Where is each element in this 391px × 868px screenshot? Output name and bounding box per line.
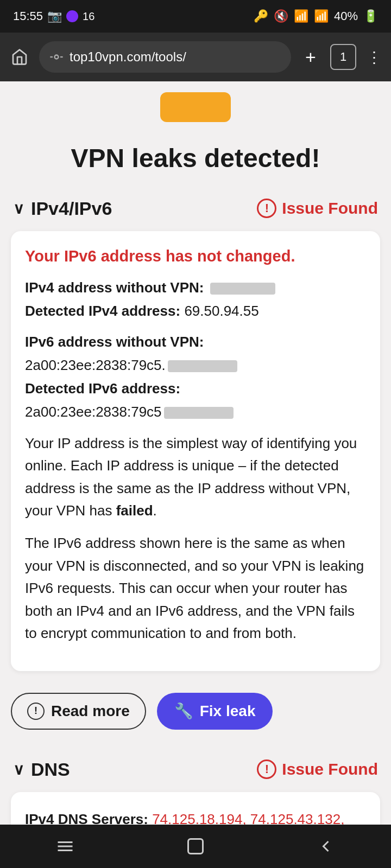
ipv4-ipv6-label: IPv4/IPv6 [31, 198, 112, 219]
issue-found-label: Issue Found [282, 199, 378, 218]
issue-found-icon: ! [257, 199, 276, 218]
signal-icon: 📶 [314, 9, 329, 23]
dns-label: DNS [31, 759, 70, 780]
home-nav-icon[interactable] [186, 837, 205, 856]
description-1: Your IP address is the simplest way of i… [25, 432, 366, 522]
fix-leak-button[interactable]: 🔧 Fix leak [157, 693, 273, 730]
fix-leak-icon: 🔧 [174, 702, 193, 720]
ipv4-ipv6-card: Your IPv6 address has not changed. IPv4 … [11, 231, 380, 671]
bottom-nav [0, 825, 391, 868]
back-nav-icon[interactable] [316, 837, 336, 856]
ipv6-group: IPv6 address without VPN: 2a00:23ee:2838… [25, 331, 366, 423]
status-left: 15:55 📷 16 [13, 9, 94, 23]
url-text: top10vpn.com/tools/ [70, 49, 186, 65]
page-content: VPN leaks detected! ∨ IPv4/IPv6 ! Issue … [0, 81, 391, 868]
key-icon: 🔑 [254, 9, 268, 23]
ipv6-without-vpn-row: IPv6 address without VPN: [25, 331, 366, 353]
battery-level: 40% [334, 9, 358, 23]
status-bar: 15:55 📷 16 🔑 🔇 📶 📶 40% 🔋 [0, 0, 391, 33]
mute-icon: 🔇 [274, 9, 288, 23]
ipv4-detected-value: 69.50.94.55 [184, 303, 258, 319]
ipv4-detected-label: Detected IPv4 address: [25, 303, 180, 319]
tab-count: 1 [340, 50, 346, 64]
chevron-down-icon: ∨ [13, 200, 24, 218]
camera-icon: 📷 [47, 9, 62, 23]
browser-bar: top10vpn.com/tools/ + 1 ⋮ [0, 33, 391, 81]
action-buttons: ! Read more 🔧 Fix leak [0, 683, 391, 746]
ipv4-without-vpn-label: IPv4 address without VPN: [25, 279, 204, 296]
ipv4-issue-badge: ! Issue Found [257, 199, 378, 218]
svg-rect-6 [188, 839, 203, 854]
svg-point-0 [55, 55, 59, 59]
ipv6-detected-blurred [164, 407, 234, 419]
ipv6-detected-value-row: 2a00:23ee:2838:79c5 [25, 401, 366, 423]
read-more-icon: ! [27, 703, 45, 720]
add-tab-button[interactable]: + [298, 44, 324, 70]
dns-issue-found-icon: ! [257, 760, 276, 779]
notification-icon: 16 [83, 10, 94, 23]
wifi-icon: 📶 [294, 9, 308, 23]
dns-issue-badge: ! Issue Found [257, 760, 378, 779]
browser-menu-button[interactable]: ⋮ [363, 44, 384, 70]
ipv4-ipv6-title[interactable]: ∨ IPv4/IPv6 [13, 198, 112, 219]
ipv4-group: IPv4 address without VPN: Detected IPv4 … [25, 277, 366, 322]
ipv6-partial-value: 2a00:23ee:2838:79c5. [25, 357, 166, 373]
ipv6-without-vpn-value-row: 2a00:23ee:2838:79c5. [25, 355, 366, 376]
home-button[interactable] [7, 44, 33, 70]
ipv4-blurred-value [210, 283, 275, 295]
dns-issue-found-label: Issue Found [282, 760, 378, 778]
alert-text: Your IPv6 address has not changed. [25, 247, 366, 265]
description-2: The IPv6 address shown here is the same … [25, 532, 366, 645]
purple-circle-icon [66, 10, 78, 22]
ipv6-detected-label: Detected IPv6 address: [25, 380, 180, 397]
url-bar[interactable]: top10vpn.com/tools/ [39, 41, 291, 73]
ipv4-without-vpn-row: IPv4 address without VPN: [25, 277, 366, 298]
recent-apps-icon[interactable] [55, 837, 75, 856]
read-more-label: Read more [51, 703, 130, 720]
status-right: 🔑 🔇 📶 📶 40% 🔋 [254, 9, 378, 23]
main-heading: VPN leaks detected! [0, 127, 391, 190]
dns-section-header[interactable]: ∨ DNS ! Issue Found [0, 751, 391, 788]
read-more-button[interactable]: ! Read more [11, 693, 146, 730]
tab-count-button[interactable]: 1 [330, 44, 356, 70]
ipv4-detected-row: Detected IPv4 address: 69.50.94.55 [25, 301, 366, 322]
ipv6-detected-label-row: Detected IPv6 address: [25, 378, 366, 399]
orange-button-partial [160, 92, 231, 122]
status-time: 15:55 [13, 9, 43, 23]
ipv6-without-vpn-label: IPv6 address without VPN: [25, 334, 204, 350]
ipv6-detected-value: 2a00:23ee:2838:79c5 [25, 404, 162, 420]
ipv4-ipv6-section-header[interactable]: ∨ IPv4/IPv6 ! Issue Found [0, 190, 391, 227]
dns-title[interactable]: ∨ DNS [13, 759, 70, 780]
top-orange-area [0, 81, 391, 127]
ipv6-blurred-value [168, 360, 237, 372]
battery-icon: 🔋 [363, 9, 378, 23]
dns-chevron-down-icon: ∨ [13, 761, 24, 778]
fix-leak-label: Fix leak [200, 703, 256, 720]
